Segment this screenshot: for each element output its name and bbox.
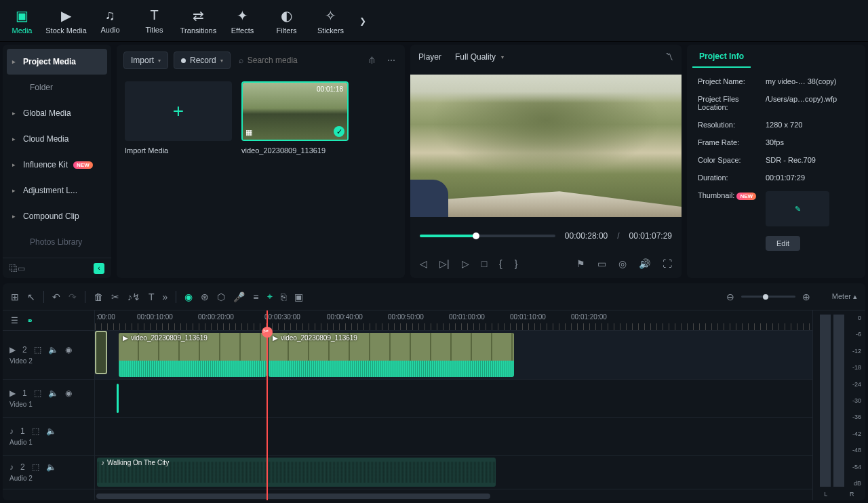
- more-tools-icon[interactable]: »: [163, 291, 168, 302]
- thumbnail-preview[interactable]: ✎: [766, 191, 829, 226]
- zoom-in-icon[interactable]: ⊕: [802, 291, 810, 302]
- timeline-clip[interactable]: ▶video_20230809_113619: [269, 333, 514, 377]
- eye-icon[interactable]: ◉: [65, 345, 72, 355]
- lock-icon[interactable]: ⬚: [34, 388, 41, 398]
- toolbar-more-button[interactable]: ❯: [353, 0, 373, 41]
- tab-stickers[interactable]: ✧ Stickers: [309, 0, 353, 41]
- playhead[interactable]: [267, 310, 268, 500]
- quality-dropdown[interactable]: Full Quality ▾: [450, 49, 509, 64]
- import-dropdown[interactable]: Import ▾: [123, 52, 168, 69]
- track-video1[interactable]: [95, 380, 812, 418]
- timeline-scrollbar[interactable]: [96, 494, 812, 499]
- preview-viewport[interactable]: [410, 75, 682, 217]
- sidebar-item-project-media[interactable]: ▸ Project Media: [7, 49, 107, 75]
- track-header-video1[interactable]: ▶1⬚🔈◉ Video 1: [3, 380, 94, 418]
- adjust-icon[interactable]: ▣: [294, 291, 303, 302]
- display-icon[interactable]: ▭: [597, 258, 606, 269]
- audio-detach-icon[interactable]: ♪↯: [127, 291, 140, 302]
- mark-in-icon[interactable]: {: [499, 258, 502, 269]
- text-icon[interactable]: T: [149, 291, 155, 302]
- tab-media[interactable]: ▣ Media: [0, 0, 44, 41]
- mute-icon[interactable]: 🔈: [46, 426, 56, 436]
- track-link-icon[interactable]: ⚭: [26, 316, 33, 325]
- sidebar-item-global-media[interactable]: ▸ Global Media: [3, 100, 111, 126]
- mute-icon[interactable]: 🔈: [48, 345, 58, 355]
- stop-icon[interactable]: □: [481, 258, 487, 269]
- track-audio2[interactable]: ♪Walking On The City: [95, 456, 812, 489]
- filter-icon[interactable]: ⫛: [366, 53, 379, 68]
- lock-icon[interactable]: ⬚: [32, 426, 39, 436]
- track-audio1[interactable]: [95, 418, 812, 456]
- tab-filters[interactable]: ◐ Filters: [264, 0, 309, 41]
- tab-stock-media[interactable]: ▶ Stock Media: [44, 0, 88, 41]
- color-icon[interactable]: ⊛: [201, 291, 209, 302]
- mute-icon[interactable]: 🔈: [46, 462, 56, 472]
- sidebar-item-folder[interactable]: Folder: [3, 75, 111, 100]
- scopes-icon[interactable]: 〽: [665, 52, 673, 62]
- info-value: SDR - Rec.709: [766, 156, 854, 164]
- track-header-audio1[interactable]: ♪1⬚🔈 Audio 1: [3, 418, 94, 456]
- sidebar-item-compound-clip[interactable]: ▸ Compound Clip: [3, 203, 111, 229]
- media-clip-card[interactable]: 00:01:18 ▦ video_20230809_113619: [241, 81, 349, 273]
- mark-out-icon[interactable]: }: [515, 258, 518, 269]
- track-collapse-icon[interactable]: ☰: [11, 316, 18, 325]
- sidebar-item-cloud-media[interactable]: ▸ Cloud Media: [3, 126, 111, 152]
- caret-icon: ▸: [12, 213, 18, 220]
- new-folder-icon[interactable]: ⿻: [9, 264, 18, 273]
- new-badge: NEW: [736, 193, 756, 200]
- caret-icon: ▸: [12, 136, 18, 142]
- tab-effects[interactable]: ✦ Effects: [220, 0, 264, 41]
- timeline-clip[interactable]: ▶video_20230809_113619: [119, 333, 267, 377]
- lock-icon[interactable]: ⬚: [34, 345, 41, 355]
- marker-tool-icon[interactable]: ⬡: [217, 291, 225, 302]
- collapse-sidebar-button[interactable]: ‹: [94, 263, 104, 274]
- prev-frame-icon[interactable]: ◁: [420, 258, 427, 269]
- import-media-card[interactable]: + Import Media: [125, 81, 232, 273]
- marker-icon[interactable]: ⚑: [576, 258, 585, 269]
- link-icon[interactable]: ⎘: [281, 291, 286, 302]
- timeline-ruler[interactable]: :00:00 00:00:10:00 00:00:20:00 00:00:30:…: [95, 310, 812, 331]
- track-header-video2[interactable]: ▶2⬚🔈◉ Video 2: [3, 331, 94, 380]
- ai-tool-icon[interactable]: ◉: [184, 291, 193, 302]
- list-icon[interactable]: ≡: [253, 291, 258, 302]
- folder-icon[interactable]: ▭: [18, 264, 25, 273]
- sidebar-item-photos-library[interactable]: Photos Library: [3, 229, 111, 255]
- total-time: 00:01:07:29: [629, 231, 672, 241]
- sidebar-item-influence-kit[interactable]: ▸ Influence Kit NEW: [3, 152, 111, 178]
- eye-icon[interactable]: ◉: [65, 388, 72, 398]
- fullscreen-icon[interactable]: ⛶: [663, 258, 672, 269]
- volume-icon[interactable]: 🔊: [639, 258, 650, 269]
- layout-icon[interactable]: ⊞: [11, 291, 19, 302]
- meter-toggle[interactable]: Meter ▴: [832, 292, 857, 301]
- search-media[interactable]: ⌕: [236, 56, 360, 65]
- timeline-audio-clip[interactable]: ♪Walking On The City: [97, 458, 496, 487]
- track-video2[interactable]: ▶video_20230809_113619 ▶video_20230809_1…: [95, 331, 812, 380]
- more-icon[interactable]: ⋯: [384, 53, 398, 68]
- delete-icon[interactable]: 🗑: [94, 291, 103, 302]
- redo-icon[interactable]: ↷: [68, 291, 77, 302]
- record-dropdown[interactable]: Record ▾: [174, 52, 231, 69]
- clip-marker[interactable]: [117, 384, 119, 413]
- undo-icon[interactable]: ↶: [52, 291, 60, 302]
- playback-slider[interactable]: [420, 235, 555, 237]
- split-icon[interactable]: ✂: [111, 291, 119, 302]
- clip-handle[interactable]: [95, 331, 107, 374]
- track-header-audio2[interactable]: ♪2⬚🔈 Audio 2: [3, 456, 94, 489]
- lock-icon[interactable]: ⬚: [32, 462, 39, 472]
- mute-icon[interactable]: 🔈: [48, 388, 58, 398]
- edit-button[interactable]: Edit: [766, 236, 800, 251]
- zoom-slider[interactable]: [741, 296, 795, 298]
- play-backward-icon[interactable]: ▷|: [439, 258, 450, 269]
- sidebar-item-adjustment-layer[interactable]: ▸ Adjustment L...: [3, 178, 111, 203]
- tab-titles[interactable]: T Titles: [132, 0, 176, 41]
- snapshot-icon[interactable]: ◎: [618, 258, 627, 269]
- play-icon[interactable]: ▷: [462, 258, 469, 269]
- pointer-tool-icon[interactable]: ↖: [27, 291, 35, 302]
- snap-icon[interactable]: ⌖: [267, 291, 273, 302]
- tab-transitions[interactable]: ⇄ Transitions: [176, 0, 220, 41]
- tab-audio[interactable]: ♫ Audio: [88, 0, 132, 41]
- search-input[interactable]: [248, 56, 357, 65]
- voice-icon[interactable]: 🎤: [233, 291, 245, 302]
- zoom-out-icon[interactable]: ⊖: [726, 291, 734, 302]
- project-info-tab[interactable]: Project Info: [692, 46, 751, 68]
